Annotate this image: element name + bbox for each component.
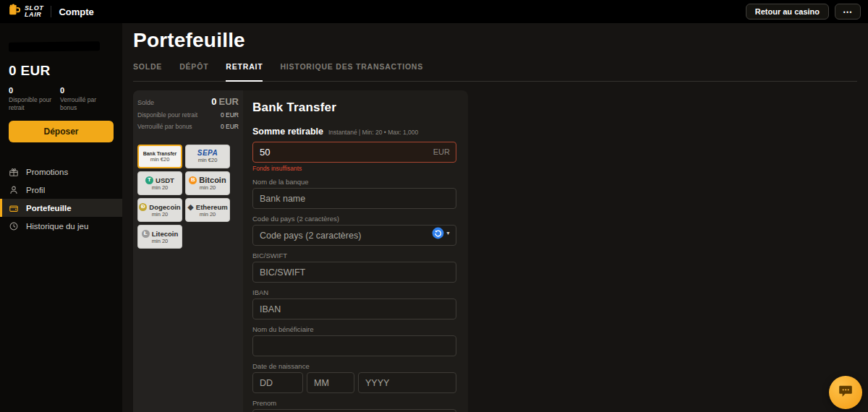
dogecoin-icon: Ð [139,203,147,211]
beneficiary-input[interactable] [252,335,456,356]
account-sidebar: 0 EUR 0 Disponible pour retrait 0 Verrou… [0,23,122,412]
section-label: Compte [59,7,93,17]
tab-depot[interactable]: DÉPÔT [179,62,208,82]
withdraw-card: Solde 0EUR Disponible pour retrait 0 EUR… [133,90,468,412]
dob-month-input[interactable] [307,372,354,393]
litecoin-icon: Ł [142,230,150,238]
amount-currency: EUR [433,147,450,156]
page-title: Portefeuille [133,29,868,52]
payment-method-bank-transfer[interactable]: Bank Transfer min €20 [137,145,182,168]
stat-locked: 0 Verrouillé par bonus [60,86,111,112]
mug-icon [7,3,22,20]
sidebar-balance: 0 EUR [9,63,114,79]
amount-input[interactable] [252,142,456,163]
topbar-divider [51,6,51,17]
user-icon [9,185,19,195]
iban-input[interactable] [252,299,456,319]
support-chat-button[interactable] [829,376,862,409]
sidebar-item-label: Profil [26,186,45,194]
payment-method-bitcoin[interactable]: BBitcoin min 20 [185,171,230,195]
chat-icon [838,383,854,402]
payment-method-dogecoin[interactable]: ÐDogecoin min 20 [137,198,182,222]
bank-name-label: Nom de la banque [252,178,456,186]
amount-limits: Instantané | Min: 20 • Max: 1,000 [328,129,418,136]
sidebar-menu: Promotions Profil Portefeuille [0,163,122,235]
bitcoin-icon: B [189,176,197,184]
iban-label: IBAN [252,288,456,296]
tab-retrait[interactable]: RETRAIT [226,62,263,82]
chevron-down-icon: ▼ [446,231,451,236]
payment-method-usdt[interactable]: TUSDT min 20 [137,171,182,195]
summary-row-available: Disponible pour retrait 0 EUR [137,111,239,119]
topbar: SLOT LAIR Compte Retour au casino ⋯ [0,0,868,23]
bic-label: BIC/SWIFT [252,252,456,259]
usdt-icon: T [145,176,153,184]
sidebar-item-label: Promotions [26,168,68,176]
country-select-dropdown[interactable]: ▼ [432,227,451,239]
dob-year-input[interactable] [358,372,456,393]
form-title: Bank Transfer [252,100,456,115]
sepa-logo: SEPA [197,150,218,157]
bank-transfer-form: Bank Transfer Somme retirable Instantané… [243,90,468,412]
sidebar-item-portefeuille[interactable]: Portefeuille [0,199,122,217]
solde-label: Solde [137,99,154,106]
stat-available: 0 Disponible pour retrait [9,86,60,112]
sidebar-item-label: Historique du jeu [26,222,88,231]
dob-day-input[interactable] [252,372,303,393]
back-to-casino-button[interactable]: Retour au casino [746,4,829,20]
username-redacted [9,41,100,51]
payment-method-sepa[interactable]: SEPA min €20 [185,145,230,168]
sidebar-item-label: Portefeuille [26,204,72,213]
country-code-input[interactable] [252,225,456,246]
wallet-icon [9,203,19,213]
tab-solde[interactable]: SOLDE [133,62,162,82]
firstname-label: Prenom [252,399,456,407]
country-code-label: Code du pays (2 caractères) [252,215,456,223]
brand-logo[interactable]: SLOT LAIR [7,3,43,20]
more-options-button[interactable]: ⋯ [835,4,861,20]
summary-row-locked: Verrouillé par bonus 0 EUR [137,123,239,130]
payment-method-list: Bank Transfer min €20 SEPA min €20 TUSDT… [137,145,239,249]
solde-value: 0EUR [211,96,239,107]
firstname-input[interactable] [252,409,456,412]
bank-transfer-logo: Bank Transfer [143,151,177,156]
wallet-page: Portefeuille SOLDE DÉPÔT RETRAIT HISTORI… [122,23,868,412]
ethereum-icon: ◆ [187,203,193,211]
wallet-tabs: SOLDE DÉPÔT RETRAIT HISTORIQUE DES TRANS… [133,62,857,82]
insufficient-funds-error: Fonds insuffisants [252,165,456,172]
bank-name-input[interactable] [252,188,456,209]
bic-input[interactable] [252,262,456,283]
deposit-button[interactable]: Déposer [9,121,114,142]
withdraw-summary-panel: Solde 0EUR Disponible pour retrait 0 EUR… [133,90,243,412]
amount-label: Somme retirable [252,126,323,137]
sidebar-item-historique[interactable]: Historique du jeu [0,217,122,235]
tab-historique-transactions[interactable]: HISTORIQUE DES TRANSACTIONS [280,62,423,82]
sidebar-item-promotions[interactable]: Promotions [0,163,122,181]
sidebar-item-profil[interactable]: Profil [0,181,122,199]
payment-method-litecoin[interactable]: ŁLitecoin min 20 [137,225,182,249]
globe-icon [432,227,444,239]
gift-icon [9,167,19,177]
payment-method-ethereum[interactable]: ◆Ethereum min 20 [185,198,230,222]
dob-label: Date de naissance [252,362,456,370]
clock-icon [9,221,19,231]
beneficiary-label: Nom du bénéficiaire [252,325,456,333]
logo-text-bottom: LAIR [25,12,43,18]
